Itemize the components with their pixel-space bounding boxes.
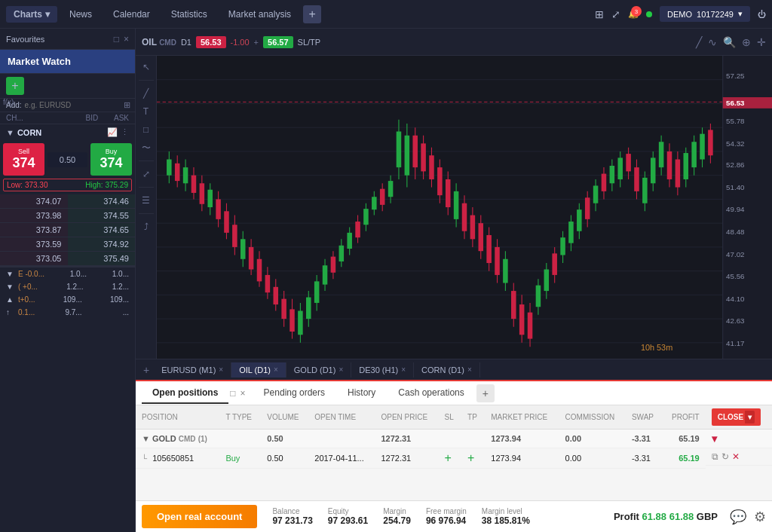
nav-calendar[interactable]: Calendar	[104, 6, 159, 23]
zoom-tool[interactable]: ⤢	[137, 166, 155, 182]
tab-window-icon[interactable]: □	[230, 388, 235, 399]
row-commission: 0.00	[559, 448, 626, 469]
tab-eurusd[interactable]: EURUSD (M1) ×	[154, 362, 231, 378]
add-tab-button[interactable]: +	[139, 364, 154, 376]
tab-cash-operations[interactable]: Cash operations	[388, 383, 474, 404]
tab-history[interactable]: History	[337, 383, 386, 404]
corn-name: CORN	[17, 128, 41, 137]
table-header-row: POSITION T TYPE VOLUME OPEN TIME OPEN PR…	[136, 405, 772, 430]
row-copy-icon[interactable]: ⧉	[712, 451, 718, 462]
power-icon[interactable]: ⏻	[758, 10, 766, 19]
notifications-button[interactable]: 🔔 3	[628, 9, 639, 19]
tab-gold[interactable]: GOLD (D1) ×	[286, 362, 351, 378]
tab-corn[interactable]: CORN (D1) ×	[414, 362, 480, 378]
tab-eurusd-close[interactable]: ×	[219, 365, 223, 374]
row-delete-icon[interactable]: ✕	[732, 451, 740, 462]
nav-news[interactable]: News	[60, 6, 101, 23]
chart-with-tools: ↖ ╱ T □ 〜 ⤢ ☰ ⤴ f(x)	[136, 56, 772, 359]
row-tp[interactable]: +	[461, 448, 485, 469]
svg-rect-39	[265, 275, 271, 292]
profit-label: Profit	[614, 511, 639, 522]
chat-icon[interactable]: 💬	[730, 509, 746, 525]
tab-close-icon[interactable]: ×	[240, 388, 246, 399]
fib-tool[interactable]: 〜	[137, 139, 155, 156]
rect-tool[interactable]: □	[137, 121, 155, 138]
charts-button[interactable]: Charts ▾	[6, 6, 57, 23]
svg-rect-97	[503, 259, 508, 283]
settings-icon[interactable]: ⋮	[121, 127, 129, 137]
zoom-out-icon[interactable]: 🔍	[723, 36, 736, 48]
svg-rect-145	[700, 134, 705, 160]
tab-oil-close[interactable]: ×	[274, 365, 278, 374]
corn-header[interactable]: ▼ CORN 📈 ⋮	[0, 124, 135, 140]
chart-icon-btns: ╱ ∿ 🔍 ⊕ ✛	[696, 36, 766, 48]
sltp-button[interactable]: SL/TP	[298, 38, 321, 47]
tab-oil[interactable]: OIL (D1) ×	[231, 362, 286, 378]
expand-icon[interactable]: ⤢	[611, 8, 620, 20]
balance-label: Balance	[272, 507, 312, 515]
svg-rect-51	[314, 281, 320, 303]
search-input[interactable]	[25, 101, 121, 109]
grid-view-icon[interactable]: ⊞	[124, 100, 130, 110]
tab-corn-close[interactable]: ×	[467, 365, 472, 374]
group-close-arrow[interactable]: ▾	[712, 433, 717, 445]
add-chart-button[interactable]: +	[303, 5, 321, 23]
row-open-price: 1272.31	[375, 448, 438, 469]
account-selector[interactable]: DEMO 10172249 ▾	[660, 6, 750, 22]
open-real-account-button[interactable]: Open real account	[142, 505, 257, 528]
line-tool[interactable]: ╱	[137, 85, 155, 102]
account-dropdown-icon: ▾	[738, 9, 743, 19]
watchlist-item-3[interactable]: ▲ t+0... 109... 109...	[0, 293, 135, 306]
settings-icon[interactable]: ⚙	[754, 509, 766, 525]
indicator-icon[interactable]: ∿	[708, 36, 717, 48]
zoom-in-icon[interactable]: ⊕	[742, 36, 751, 48]
layout-icon[interactable]: ⊞	[595, 8, 604, 20]
row-refresh-icon[interactable]: ↻	[721, 451, 729, 462]
plus-change: +	[254, 38, 259, 47]
nav-market-analysis[interactable]: Market analysis	[219, 6, 300, 23]
text-tool[interactable]: T	[137, 103, 155, 120]
fav-icons: □ ×	[114, 34, 129, 44]
chart-icon[interactable]: 📈	[107, 127, 118, 137]
tab-de30-close[interactable]: ×	[401, 365, 406, 374]
watchlist-item-1[interactable]: ▼ E -0.0... 1.0... 1.0...	[0, 268, 135, 280]
equity-value: 97 293.61	[328, 515, 368, 526]
line-tool-icon[interactable]: ╱	[696, 36, 702, 48]
group-open-time	[308, 430, 375, 448]
close-dropdown-arrow[interactable]: ▾	[745, 411, 755, 423]
buy-button[interactable]: Buy 374	[90, 143, 132, 176]
group-type	[219, 430, 261, 448]
svg-rect-81	[437, 167, 443, 195]
fav-window-icon[interactable]: □	[114, 34, 119, 44]
svg-rect-133	[651, 157, 656, 183]
tab-de30[interactable]: DE30 (H1) ×	[351, 362, 414, 378]
svg-rect-117	[585, 197, 590, 219]
tab-pending-orders[interactable]: Pending orders	[253, 383, 335, 404]
cursor-tool[interactable]: ↖	[137, 59, 155, 75]
tab-open-positions[interactable]: Open positions	[142, 383, 228, 404]
svg-rect-95	[495, 247, 500, 275]
svg-text:44.10: 44.10	[726, 295, 744, 303]
svg-rect-69	[388, 181, 394, 197]
account-type: DEMO	[667, 10, 692, 19]
sell-button[interactable]: Sell 374	[3, 143, 44, 176]
layer-tool[interactable]: ☰	[137, 192, 155, 209]
row-actions: ⧉ ↻ ✕	[706, 448, 772, 466]
add-tab-bottom-button[interactable]: +	[476, 384, 495, 402]
close-all-button[interactable]: CLOSE ▾	[712, 408, 761, 426]
top-bar-left: Charts ▾ News Calendar Statistics Market…	[6, 5, 321, 23]
chart-main[interactable]: 57.25 56.53 56.53 55.78 54.32 52.86 51.4…	[157, 56, 772, 359]
add-instrument-button[interactable]: +	[6, 77, 24, 95]
svg-rect-109	[552, 253, 557, 275]
row-sl[interactable]: +	[439, 448, 462, 469]
crosshair-icon[interactable]: ✛	[757, 36, 766, 48]
nav-statistics[interactable]: Statistics	[162, 6, 216, 23]
svg-text:57.25: 57.25	[726, 72, 744, 80]
watchlist-item-2[interactable]: ▼ ( +0... 1.2... 1.2...	[0, 280, 135, 293]
watchlist-item-4[interactable]: ↑ 0.1... 9.7... ...	[0, 306, 135, 319]
fav-close-icon[interactable]: ×	[124, 34, 129, 44]
timeframe-selector[interactable]: D1	[181, 38, 191, 47]
svg-text:42.63: 42.63	[726, 317, 744, 326]
tab-gold-close[interactable]: ×	[339, 365, 343, 374]
share-tool[interactable]: ⤴	[137, 219, 155, 235]
